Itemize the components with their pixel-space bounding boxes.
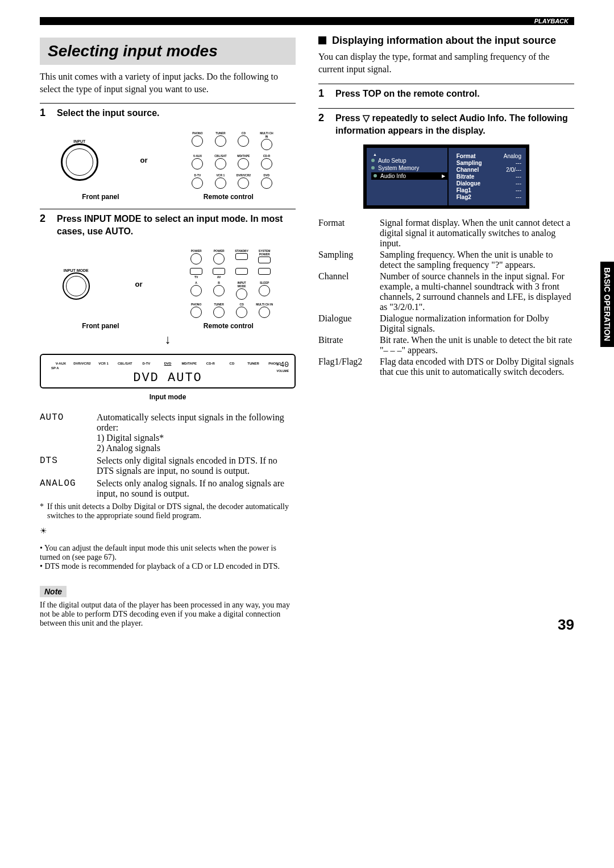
side-tabs: BASIC OPERATION English (600, 262, 614, 352)
diagram-input-source: INPUT or PHONO TUNER CD MULTI CH IN V-AU… (40, 131, 296, 189)
right-intro: You can display the type, format and sam… (318, 51, 574, 75)
remote-control-caption-1: Remote control (204, 193, 254, 201)
input-mode-knob-icon (63, 272, 90, 300)
front-panel-caption-2: Front panel (82, 322, 119, 330)
input-mode-knob-label: INPUT MODE (63, 268, 90, 272)
intro-text: This unit comes with a variety of input … (40, 71, 296, 95)
page-number: 39 (558, 616, 574, 634)
input-mode-caption: Input mode (40, 393, 296, 401)
step-1: 1 Select the input source. (40, 103, 296, 119)
left-column: Selecting input modes This unit comes wi… (40, 27, 296, 628)
right-step-2: 2 Press ▽ repeatedly to select Audio Inf… (318, 108, 574, 138)
mode-dts-key: DTS (40, 456, 91, 476)
tab-basic-operation: BASIC OPERATION (600, 262, 614, 347)
tips-list: You can adjust the default input mode th… (40, 544, 296, 571)
osd-selected-item: Audio Info ▶ (371, 172, 447, 180)
tip-icon: ☀ (40, 526, 296, 536)
section-label: PLAYBACK (534, 17, 569, 25)
step-1-num: 1 (40, 107, 49, 119)
step-2-text: Press INPUT MODE to select an input mode… (57, 213, 296, 238)
or-word-2: or (135, 280, 142, 288)
display-volume-value: -40 (276, 361, 289, 369)
remote-button-grid-1: PHONO TUNER CD MULTI CH IN V-AUX CBL/SAT… (189, 131, 275, 189)
right-column: Displaying information about the input s… (318, 27, 574, 628)
footnote: * If this unit detects a Dolby Digital o… (40, 502, 296, 520)
header-bar: PLAYBACK (40, 17, 574, 25)
down-arrow-icon: ↓ (40, 332, 296, 347)
mode-auto-key: AUTO (40, 412, 91, 453)
display-main-text: DVD AUTO (45, 371, 290, 385)
input-knob-icon (61, 143, 98, 181)
remote-control-caption-2: Remote control (204, 322, 254, 330)
front-panel-display: V-AUX DVR/VCR2 VCR 1 CBL/SAT D-TV DVD MD… (40, 354, 296, 388)
section-title: Selecting input modes (48, 42, 218, 60)
section-title-box: Selecting input modes (40, 38, 296, 65)
definitions-table: FormatSignal format display. When the un… (318, 218, 574, 377)
right-step-1: 1 Press TOP on the remote control. (318, 84, 574, 100)
step-2: 2 Press INPUT MODE to select an input mo… (40, 209, 296, 238)
osd-menu-list: ▲ Auto Setup System Memory Audio Info ▶ (367, 148, 447, 205)
square-bullet-icon (318, 36, 326, 44)
mode-analog-key: ANALOG (40, 478, 91, 499)
input-knob-label: INPUT (61, 139, 98, 143)
subsection-heading: Displaying information about the input s… (318, 34, 574, 47)
osd-info-panel: FormatAnalog Sampling--- Channel2/0/--- … (449, 148, 526, 205)
remote-button-grid-2: POWER POWER STANDBY SYSTEM POWER TV AV A… (188, 249, 273, 319)
note-text: If the digital output data of the player… (40, 601, 296, 628)
front-panel-caption-1: Front panel (82, 193, 119, 201)
osd-display: ▲ Auto Setup System Memory Audio Info ▶ … (363, 144, 529, 209)
input-mode-table: AUTO Automatically selects input signals… (40, 412, 296, 499)
step-1-text: Select the input source. (57, 107, 159, 119)
note-label: Note (40, 586, 67, 597)
or-word-1: or (140, 156, 147, 164)
diagram-input-mode: INPUT MODE or POWER POWER STANDBY SYSTEM… (40, 249, 296, 319)
step-2-num: 2 (40, 213, 49, 238)
